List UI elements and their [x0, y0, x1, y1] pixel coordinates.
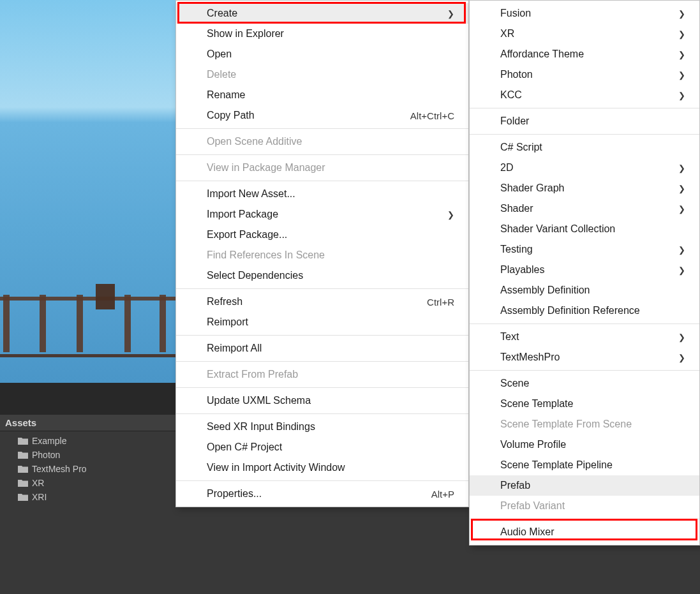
- menu-item-label: Reimport All: [207, 343, 262, 354]
- folder-icon: [18, 465, 28, 473]
- menu-item-label: Playables: [500, 264, 544, 276]
- menu-item[interactable]: Show in Explorer: [176, 24, 468, 44]
- menu-item[interactable]: Assembly Definition: [470, 280, 699, 301]
- folder-icon: [18, 451, 28, 459]
- menu-item[interactable]: Prefab: [470, 475, 699, 496]
- menu-item[interactable]: Seed XR Input Bindings: [176, 417, 468, 437]
- menu-item[interactable]: Reimport: [176, 312, 468, 332]
- chevron-right-icon: ❯: [678, 50, 685, 59]
- scene-viewport[interactable]: [0, 0, 175, 383]
- menu-item-label: Shader Graph: [500, 182, 565, 194]
- menu-item-label: Delete: [207, 69, 236, 80]
- menu-item[interactable]: Scene Template Pipeline: [470, 455, 699, 475]
- chevron-right-icon: ❯: [447, 9, 454, 19]
- menu-item-label: Open C# Project: [207, 442, 282, 453]
- menu-item[interactable]: 2D❯: [470, 158, 699, 178]
- menu-item[interactable]: Shader Graph❯: [470, 178, 699, 198]
- menu-item-label: Shader Variant Collection: [500, 223, 615, 235]
- menu-item-label: Folder: [500, 115, 529, 127]
- menu-item-label: Reimport: [207, 316, 248, 328]
- asset-folder[interactable]: Example: [0, 434, 175, 448]
- menu-item[interactable]: Create❯: [176, 3, 468, 24]
- menu-item[interactable]: Fusion❯: [470, 3, 699, 24]
- menu-item[interactable]: Open: [176, 44, 468, 64]
- assets-list: ExamplePhotonTextMesh ProXRXRI: [0, 431, 175, 507]
- menu-item[interactable]: Scene: [470, 373, 699, 394]
- menu-item[interactable]: Export Package...: [176, 225, 468, 245]
- menu-item[interactable]: Select Dependencies: [176, 265, 468, 286]
- menu-item-label: View in Package Manager: [207, 162, 325, 174]
- menu-item-shortcut: Alt+P: [431, 489, 454, 500]
- menu-item-label: Prefab: [500, 480, 530, 491]
- menu-item-label: Seed XR Input Bindings: [207, 421, 315, 433]
- menu-item[interactable]: Affordance Theme❯: [470, 44, 699, 64]
- menu-separator: [176, 288, 468, 289]
- menu-separator: [176, 361, 468, 362]
- menu-item-label: XR: [500, 28, 514, 40]
- chevron-right-icon: ❯: [678, 245, 685, 255]
- menu-item[interactable]: Shader❯: [470, 198, 699, 219]
- menu-item-label: Shader: [500, 203, 533, 214]
- menu-item-label: Assembly Definition Reference: [500, 305, 640, 316]
- menu-item[interactable]: Scene Template: [470, 394, 699, 414]
- menu-item[interactable]: Volume Profile: [470, 434, 699, 455]
- menu-item-label: Refresh: [207, 296, 242, 308]
- asset-folder-label: TextMesh Pro: [32, 464, 87, 474]
- menu-item[interactable]: Text❯: [470, 327, 699, 347]
- asset-folder[interactable]: XR: [0, 476, 175, 490]
- menu-item[interactable]: Folder: [470, 111, 699, 131]
- menu-item-label: Extract From Prefab: [207, 369, 298, 380]
- asset-folder[interactable]: TextMesh Pro: [0, 462, 175, 476]
- menu-item[interactable]: Import Package❯: [176, 204, 468, 225]
- menu-separator: [470, 519, 699, 519]
- assets-header[interactable]: Assets: [0, 415, 175, 431]
- chevron-right-icon: ❯: [678, 9, 685, 19]
- menu-item[interactable]: Reimport All: [176, 338, 468, 359]
- menu-separator: [176, 154, 468, 155]
- menu-item-label: Open: [207, 48, 232, 60]
- menu-item[interactable]: Photon❯: [470, 64, 699, 85]
- menu-separator: [470, 134, 699, 135]
- menu-item[interactable]: TextMeshPro❯: [470, 347, 699, 368]
- menu-item[interactable]: RefreshCtrl+R: [176, 292, 468, 312]
- menu-separator: [176, 480, 468, 481]
- chevron-right-icon: ❯: [678, 91, 685, 100]
- context-menu: Create❯Show in ExplorerOpenDeleteRenameC…: [175, 0, 469, 507]
- menu-item[interactable]: Audio Mixer: [470, 522, 699, 542]
- menu-item[interactable]: C# Script: [470, 137, 699, 158]
- asset-folder[interactable]: XRI: [0, 490, 175, 504]
- assets-panel: Assets ExamplePhotonTextMesh ProXRXRI: [0, 415, 175, 594]
- menu-item[interactable]: Assembly Definition Reference: [470, 301, 699, 321]
- chevron-right-icon: ❯: [678, 353, 685, 362]
- menu-item[interactable]: Rename: [176, 85, 468, 105]
- menu-item[interactable]: Import New Asset...: [176, 184, 468, 204]
- asset-folder-label: Example: [32, 436, 66, 446]
- menu-item: Delete: [176, 64, 468, 85]
- menu-item-label: Update UXML Schema: [207, 395, 311, 406]
- menu-item: Open Scene Additive: [176, 131, 468, 152]
- menu-item[interactable]: Shader Variant Collection: [470, 219, 699, 239]
- menu-item: Scene Template From Scene: [470, 414, 699, 434]
- menu-item[interactable]: KCC❯: [470, 85, 699, 105]
- asset-folder[interactable]: Photon: [0, 448, 175, 462]
- menu-item[interactable]: Update UXML Schema: [176, 390, 468, 411]
- menu-separator: [470, 370, 699, 371]
- menu-item[interactable]: XR❯: [470, 24, 699, 44]
- folder-icon: [18, 493, 28, 501]
- menu-item-label: Scene: [500, 378, 529, 389]
- menu-item[interactable]: Testing❯: [470, 239, 699, 260]
- menu-item[interactable]: Playables❯: [470, 260, 699, 280]
- menu-item-label: Scene Template: [500, 398, 573, 410]
- menu-item[interactable]: Copy PathAlt+Ctrl+C: [176, 105, 468, 126]
- menu-item[interactable]: Open C# Project: [176, 437, 468, 457]
- menu-separator: [176, 128, 468, 129]
- menu-item: Find References In Scene: [176, 245, 468, 265]
- chevron-right-icon: ❯: [678, 184, 685, 193]
- asset-folder-label: XRI: [32, 492, 47, 502]
- menu-item-label: 2D: [500, 162, 513, 174]
- menu-item-label: Affordance Theme: [500, 48, 584, 60]
- menu-item[interactable]: Properties...Alt+P: [176, 484, 468, 504]
- menu-item[interactable]: View in Import Activity Window: [176, 457, 468, 478]
- chevron-right-icon: ❯: [678, 332, 685, 342]
- folder-icon: [18, 437, 28, 445]
